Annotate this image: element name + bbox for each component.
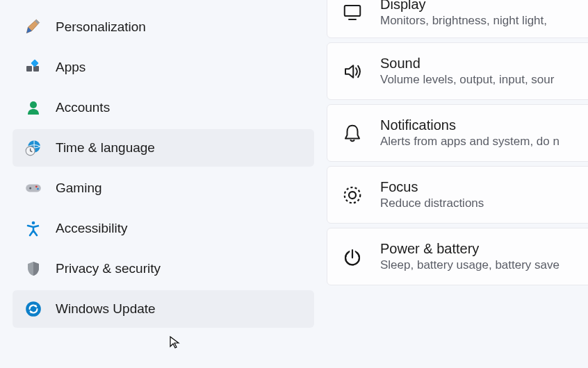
update-icon xyxy=(24,299,43,319)
sidebar-item-label: Apps xyxy=(56,60,85,75)
svg-point-11 xyxy=(26,301,41,317)
card-title: Sound xyxy=(380,56,554,72)
sidebar-item-accessibility[interactable]: Accessibility xyxy=(13,210,314,247)
card-text: Notifications Alerts from apps and syste… xyxy=(380,117,560,149)
focus-icon xyxy=(341,184,364,206)
card-text: Power & battery Sleep, battery usage, ba… xyxy=(380,241,560,272)
globe-clock-icon xyxy=(24,138,43,158)
card-subtitle: Reduce distractions xyxy=(380,196,484,210)
card-notifications[interactable]: Notifications Alerts from apps and syste… xyxy=(327,104,588,162)
card-title: Notifications xyxy=(380,117,560,133)
svg-point-13 xyxy=(345,187,361,203)
svg-rect-2 xyxy=(31,59,38,67)
card-subtitle: Volume levels, output, input, sour xyxy=(380,73,554,87)
svg-rect-12 xyxy=(345,6,361,16)
svg-point-9 xyxy=(37,188,39,190)
sidebar-item-windows-update[interactable]: Windows Update xyxy=(13,290,314,328)
card-text: Focus Reduce distractions xyxy=(380,179,484,210)
main-panel: Display Monitors, brightness, night ligh… xyxy=(327,0,588,368)
card-title: Power & battery xyxy=(380,241,560,257)
svg-point-10 xyxy=(32,221,35,225)
power-icon xyxy=(341,246,364,268)
sidebar-item-label: Gaming xyxy=(56,181,102,196)
person-icon xyxy=(24,98,43,117)
sidebar-item-gaming[interactable]: Gaming xyxy=(13,169,314,207)
card-title: Focus xyxy=(380,179,484,195)
paintbrush-icon xyxy=(24,17,43,37)
sidebar-item-label: Time & language xyxy=(56,140,155,156)
svg-point-8 xyxy=(35,185,38,187)
sidebar-item-label: Accounts xyxy=(56,100,110,115)
svg-point-14 xyxy=(349,192,356,199)
sidebar-item-personalization[interactable]: Personalization xyxy=(13,8,314,46)
svg-point-3 xyxy=(30,101,37,108)
card-subtitle: Monitors, brightness, night light, xyxy=(380,14,547,28)
sidebar-item-apps[interactable]: Apps xyxy=(13,49,314,86)
sidebar-item-privacy-security[interactable]: Privacy & security xyxy=(13,250,314,287)
shield-icon xyxy=(24,259,43,278)
sidebar-item-label: Personalization xyxy=(56,19,146,35)
settings-container: Personalization Apps Accounts xyxy=(0,0,588,368)
sidebar-item-accounts[interactable]: Accounts xyxy=(13,89,314,126)
card-display[interactable]: Display Monitors, brightness, night ligh… xyxy=(327,0,588,38)
card-focus[interactable]: Focus Reduce distractions xyxy=(327,166,588,224)
card-sound[interactable]: Sound Volume levels, output, input, sour xyxy=(327,42,588,100)
card-subtitle: Sleep, battery usage, battery save xyxy=(380,258,560,272)
svg-point-7 xyxy=(29,187,31,189)
sidebar-item-time-language[interactable]: Time & language xyxy=(13,129,314,167)
card-text: Display Monitors, brightness, night ligh… xyxy=(380,0,547,28)
svg-rect-0 xyxy=(26,66,32,72)
gamepad-icon xyxy=(24,178,43,198)
bell-icon xyxy=(341,122,364,144)
speaker-icon xyxy=(341,60,364,83)
card-title: Display xyxy=(380,0,547,12)
card-subtitle: Alerts from apps and system, do n xyxy=(380,135,560,149)
svg-rect-6 xyxy=(26,185,41,192)
card-text: Sound Volume levels, output, input, sour xyxy=(380,56,554,87)
monitor-icon xyxy=(341,1,364,24)
accessibility-icon xyxy=(24,219,43,238)
sidebar-item-label: Privacy & security xyxy=(56,261,161,276)
sidebar: Personalization Apps Accounts xyxy=(0,0,327,368)
card-power-battery[interactable]: Power & battery Sleep, battery usage, ba… xyxy=(327,228,588,285)
sidebar-item-label: Accessibility xyxy=(56,221,127,236)
apps-icon xyxy=(24,58,43,77)
svg-rect-1 xyxy=(33,66,39,72)
sidebar-item-label: Windows Update xyxy=(56,301,156,317)
